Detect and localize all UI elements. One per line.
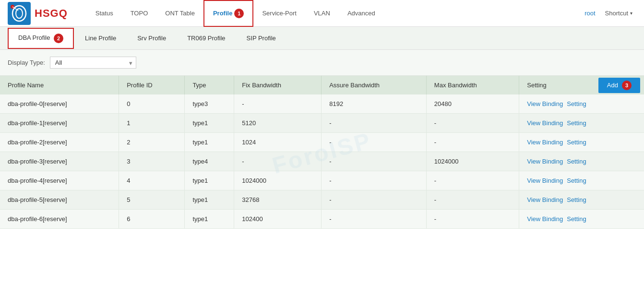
table-row: dba-profile-2[reserve]2type11024--View B… — [0, 133, 644, 152]
brand-name: HSGQ — [35, 7, 68, 20]
user-label: root — [581, 10, 599, 17]
setting-link[interactable]: Setting — [567, 139, 586, 146]
cell-setting: View BindingSetting — [519, 94, 644, 114]
view-binding-link[interactable]: View Binding — [527, 196, 563, 203]
tab-dba-profile[interactable]: DBA Profile 2 — [8, 28, 74, 49]
cell-max-bandwidth: 1024000 — [426, 152, 519, 171]
chevron-down-icon: ▾ — [630, 11, 632, 16]
cell-fix-bandwidth: 102400 — [234, 210, 322, 229]
cell-assure-bandwidth: - — [322, 114, 427, 133]
nav-topo[interactable]: TOPO — [122, 0, 157, 27]
table-row: dba-profile-4[reserve]4type11024000--Vie… — [0, 171, 644, 190]
cell-profile-name: dba-profile-3[reserve] — [0, 152, 119, 171]
cell-fix-bandwidth: 32768 — [234, 190, 322, 210]
cell-type: type4 — [185, 152, 234, 171]
cell-fix-bandwidth: 5120 — [234, 114, 322, 133]
setting-link[interactable]: Setting — [567, 158, 586, 165]
logo-area: HSGQ — [8, 2, 68, 25]
cell-type: type1 — [185, 171, 234, 190]
col-profile-name: Profile Name — [0, 76, 119, 94]
logo-icon — [8, 2, 31, 25]
cell-type: type1 — [185, 210, 234, 229]
tab-line-profile[interactable]: Line Profile — [75, 29, 126, 47]
table-row: dba-profile-0[reserve]0type3-819220480Vi… — [0, 94, 644, 114]
cell-profile-id: 2 — [119, 133, 185, 152]
cell-type: type3 — [185, 94, 234, 114]
table-row: dba-profile-1[reserve]1type15120--View B… — [0, 114, 644, 133]
table-row: dba-profile-3[reserve]3type4--1024000Vie… — [0, 152, 644, 171]
cell-setting: View BindingSetting — [519, 133, 644, 152]
cell-profile-id: 0 — [119, 94, 185, 114]
view-binding-link[interactable]: View Binding — [527, 158, 563, 165]
cell-max-bandwidth: - — [426, 133, 519, 152]
cell-fix-bandwidth: - — [234, 94, 322, 114]
cell-profile-name: dba-profile-6[reserve] — [0, 210, 119, 229]
col-assure-bandwidth: Assure Bandwidth — [322, 76, 427, 94]
cell-profile-name: dba-profile-0[reserve] — [0, 94, 119, 114]
cell-profile-id: 3 — [119, 152, 185, 171]
dba-profile-table: Profile Name Profile ID Type Fix Bandwid… — [0, 76, 644, 229]
cell-setting: View BindingSetting — [519, 210, 644, 229]
display-type-select[interactable]: All type1 type2 type3 type4 — [50, 57, 136, 69]
cell-profile-name: dba-profile-5[reserve] — [0, 190, 119, 210]
col-profile-id: Profile ID — [119, 76, 185, 94]
table-row: dba-profile-5[reserve]5type132768--View … — [0, 190, 644, 210]
table-body: dba-profile-0[reserve]0type3-819220480Vi… — [0, 94, 644, 229]
nav-advanced[interactable]: Advanced — [339, 0, 384, 27]
cell-assure-bandwidth: - — [322, 133, 427, 152]
tab-srv-profile[interactable]: Srv Profile — [127, 29, 176, 47]
nav-status[interactable]: Status — [87, 0, 122, 27]
cell-profile-id: 5 — [119, 190, 185, 210]
col-fix-bandwidth: Fix Bandwidth — [234, 76, 322, 94]
display-type-select-wrapper: All type1 type2 type3 type4 — [50, 57, 136, 69]
annotation-badge-2: 2 — [54, 34, 63, 43]
cell-type: type1 — [185, 114, 234, 133]
setting-link[interactable]: Setting — [567, 196, 586, 203]
add-button[interactable]: Add 3 — [598, 78, 640, 93]
col-max-bandwidth: Max Bandwidth — [426, 76, 519, 94]
shortcut-menu[interactable]: Shortcut ▾ — [601, 10, 636, 17]
nav-profile[interactable]: Profile 1 — [203, 0, 253, 27]
sub-tabs: DBA Profile 2 Line Profile Srv Profile T… — [0, 27, 644, 50]
view-binding-link[interactable]: View Binding — [527, 100, 563, 107]
cell-profile-id: 4 — [119, 171, 185, 190]
cell-setting: View BindingSetting — [519, 152, 644, 171]
nav-vlan[interactable]: VLAN — [305, 0, 339, 27]
nav-service-port[interactable]: Service-Port — [253, 0, 305, 27]
annotation-badge-3: 3 — [622, 81, 632, 90]
view-binding-link[interactable]: View Binding — [527, 139, 563, 146]
table-row: dba-profile-6[reserve]6type1102400--View… — [0, 210, 644, 229]
cell-profile-id: 6 — [119, 210, 185, 229]
filter-row: Display Type: All type1 type2 type3 type… — [0, 50, 644, 76]
header: HSGQ Status TOPO ONT Table Profile 1 Ser… — [0, 0, 644, 27]
setting-link[interactable]: Setting — [567, 215, 586, 223]
view-binding-link[interactable]: View Binding — [527, 215, 563, 223]
view-binding-link[interactable]: View Binding — [527, 119, 563, 127]
tab-tr069-profile[interactable]: TR069 Profile — [177, 29, 235, 47]
setting-link[interactable]: Setting — [567, 177, 586, 184]
view-binding-link[interactable]: View Binding — [527, 177, 563, 184]
cell-type: type1 — [185, 133, 234, 152]
cell-profile-id: 1 — [119, 114, 185, 133]
cell-assure-bandwidth: - — [322, 210, 427, 229]
table-header-row: Profile Name Profile ID Type Fix Bandwid… — [0, 76, 644, 94]
cell-assure-bandwidth: - — [322, 152, 427, 171]
cell-setting: View BindingSetting — [519, 114, 644, 133]
cell-profile-name: dba-profile-4[reserve] — [0, 171, 119, 190]
tab-sip-profile[interactable]: SIP Profile — [237, 29, 286, 47]
cell-setting: View BindingSetting — [519, 190, 644, 210]
cell-assure-bandwidth: 8192 — [322, 94, 427, 114]
cell-fix-bandwidth: 1024 — [234, 133, 322, 152]
cell-assure-bandwidth: - — [322, 190, 427, 210]
main-nav: Status TOPO ONT Table Profile 1 Service-… — [87, 0, 581, 27]
cell-max-bandwidth: - — [426, 190, 519, 210]
cell-fix-bandwidth: - — [234, 152, 322, 171]
annotation-badge-1: 1 — [234, 9, 244, 18]
col-setting: Setting Add 3 — [519, 76, 644, 94]
setting-link[interactable]: Setting — [567, 119, 586, 127]
setting-link[interactable]: Setting — [567, 100, 586, 107]
display-type-label: Display Type: — [8, 59, 45, 66]
cell-max-bandwidth: - — [426, 114, 519, 133]
nav-ont-table[interactable]: ONT Table — [156, 0, 203, 27]
cell-assure-bandwidth: - — [322, 171, 427, 190]
